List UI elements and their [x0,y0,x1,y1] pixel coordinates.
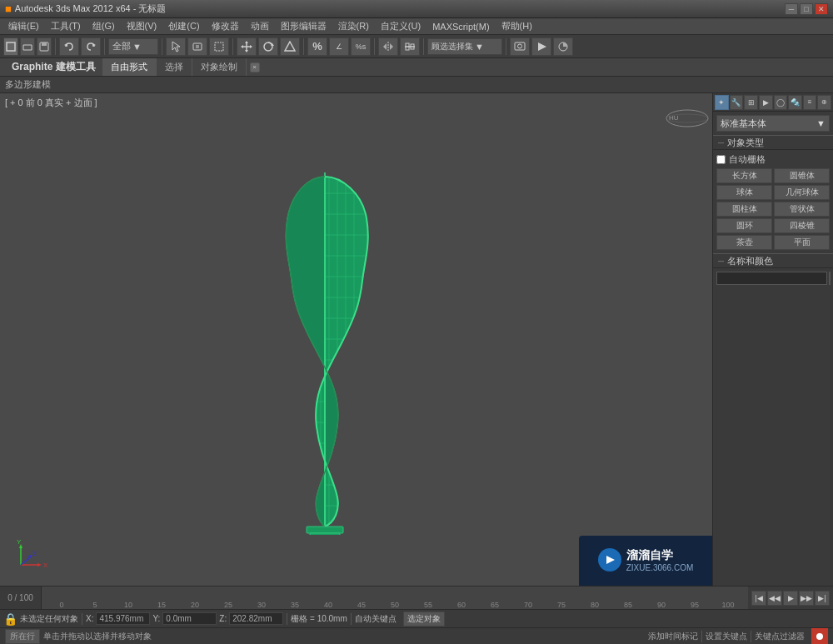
selected-object-badge[interactable]: 选定对象 [403,612,445,627]
obj-btn-pyramid[interactable]: 四棱锥 [774,218,830,233]
quick-render-btn[interactable] [531,37,551,56]
close-button[interactable]: ✕ [815,3,828,15]
menu-help[interactable]: 帮助(H) [496,18,537,34]
menu-group[interactable]: 组(G) [87,18,120,34]
menu-create[interactable]: 创建(C) [163,18,204,34]
settings-label[interactable]: 设置关键点 [706,631,747,642]
obj-btn-cylinder[interactable]: 圆柱体 [716,202,772,217]
y-coord-input[interactable] [162,612,217,625]
auto-key-label: 自动关键点 [355,613,397,625]
render-setup-btn[interactable] [510,37,530,56]
menu-view[interactable]: 视图(V) [122,18,162,34]
title-left: ■ Autodesk 3ds Max 2012 x64 - 无标题 [5,2,166,15]
panel-icon-utilities[interactable]: 🔩 [788,95,802,110]
obj-btn-teapot[interactable]: 茶壶 [716,235,772,250]
panel-icon-hierarchy[interactable]: ⊞ [744,95,758,110]
align-btn[interactable] [400,37,420,56]
panel-icon-create[interactable]: ✦ [715,95,729,110]
graphite-tab-object-paint[interactable]: 对象绘制 [192,58,247,76]
title-text: Autodesk 3ds Max 2012 x64 - 无标题 [15,2,167,15]
svg-marker-69 [606,556,615,564]
status-select-btn: 选定对象 [403,612,445,627]
maximize-button[interactable]: □ [800,3,813,15]
selection-filter-dropdown[interactable]: 顾选选择集 ▼ [427,38,502,55]
obj-btn-sphere[interactable]: 球体 [716,185,772,200]
menu-graph-editor[interactable]: 图形编辑器 [276,18,332,34]
auto-grid-checkbox[interactable] [716,155,726,164]
toolbar-sep7 [423,38,424,55]
menu-animation[interactable]: 动画 [246,18,274,34]
obj-btn-box[interactable]: 长方体 [716,168,772,183]
open-btn[interactable] [20,37,35,56]
object-type-dropdown[interactable]: 标准基本体 ▼ [716,115,830,132]
save-btn[interactable] [37,37,52,56]
x-coord-input[interactable] [96,612,150,625]
panel-icon-display[interactable]: ◯ [774,95,788,110]
percent-snap-btn[interactable]: %s [351,37,371,56]
rect-select-btn[interactable] [209,37,229,56]
scale-btn[interactable] [280,37,300,56]
svg-marker-20 [383,43,387,50]
color-swatch[interactable] [829,272,831,285]
svg-marker-15 [250,45,252,48]
select-by-name-btn[interactable] [187,37,207,56]
auto-grid-checkbox-row: 自动栅格 [716,153,830,166]
status-coords: X: Y: Z: [86,612,283,625]
name-color-section-header: ─ 名称和颜色 [713,253,833,268]
redo-btn[interactable] [81,37,101,56]
select-btn[interactable] [166,37,186,56]
add-time-label[interactable]: 添加时间标记 [648,631,698,642]
svg-marker-12 [245,41,248,43]
undo-btn[interactable] [59,37,79,56]
object-name-input[interactable] [716,272,827,285]
panel-icon-extra2[interactable]: ⊕ [817,95,831,110]
sub-toolbar-label: 多边形建模 [5,78,51,91]
snap-toggle-btn[interactable]: % [307,37,327,56]
menu-maxscript[interactable]: MAXScript(M) [427,20,494,33]
logo-url: ZIXUE.3066.COM [626,563,694,572]
graphite-tab-freeform[interactable]: 自由形式 [102,58,157,76]
obj-btn-plane[interactable]: 平面 [774,235,830,250]
angle-snap-btn[interactable]: ∠ [329,37,349,56]
move-btn[interactable] [237,37,257,56]
next-key-btn[interactable]: ▶▶ [799,591,814,606]
mode-label: 所在行 [5,629,40,644]
view-dropdown[interactable]: 全部 ▼ [108,38,158,55]
activeshade-btn[interactable] [553,37,573,56]
svg-marker-14 [241,45,243,48]
graphite-close-btn[interactable]: × [250,62,260,72]
obj-btn-torus[interactable]: 圆环 [716,218,772,233]
panel-icon-extra1[interactable]: ≡ [803,95,817,110]
prev-key-btn[interactable]: ◀◀ [767,591,782,606]
obj-btn-geosphere[interactable]: 几何球体 [774,185,830,200]
filter-label[interactable]: 关键点过滤器 [755,631,805,642]
menu-render[interactable]: 渲染(R) [333,18,374,34]
obj-btn-tube[interactable]: 管状体 [774,202,830,217]
mirror-btn[interactable] [378,37,398,56]
obj-btn-cone[interactable]: 圆锥体 [774,168,830,183]
svg-marker-27 [538,42,546,51]
timeline-track[interactable]: 0 5 10 15 20 25 30 35 40 45 50 55 60 65 … [42,587,748,609]
graphite-tab-select[interactable]: 选择 [157,58,192,76]
bottom-status: 所在行 单击并拖动以选择并移动对象 添加时间标记 设置关键点 关键点过滤器 [0,627,833,644]
toolbar-sep1 [55,38,56,55]
play-btn[interactable]: ▶ [783,591,798,606]
svg-text:Z: Z [32,550,37,557]
next-frame-btn[interactable]: ▶| [815,591,830,606]
svg-rect-0 [7,42,15,51]
menu-edit[interactable]: 编辑(E) [3,18,44,34]
auto-key-btn[interactable] [811,628,828,645]
menu-tools[interactable]: 工具(T) [46,18,86,34]
minimize-button[interactable]: ─ [785,3,798,15]
menu-modifier[interactable]: 修改器 [207,18,244,34]
timeline-controls: |◀ ◀◀ ▶ ▶▶ ▶| [748,591,833,606]
viewport[interactable]: [ + 0 前 0 真实 + 边面 ] [0,93,712,586]
z-coord-input[interactable] [229,612,283,625]
new-scene-btn[interactable] [3,37,18,56]
prev-frame-btn[interactable]: |◀ [751,591,766,606]
hud-compass: HU [662,102,704,127]
panel-icon-motion[interactable]: ▶ [759,95,773,110]
rotate-btn[interactable] [258,37,278,56]
menu-customize[interactable]: 自定义(U) [376,18,426,34]
panel-icon-modify[interactable]: 🔧 [730,95,744,110]
